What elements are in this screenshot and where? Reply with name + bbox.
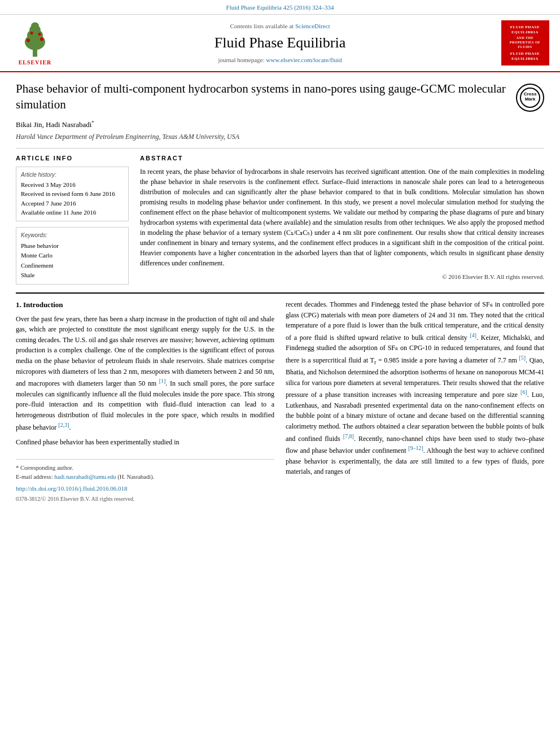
abstract-heading: ABSTRACT bbox=[140, 154, 544, 163]
history-title: Article history: bbox=[21, 171, 124, 179]
journal-title-area: Contents lists available at ScienceDirec… bbox=[69, 22, 491, 64]
intro-paragraph-2: Confined phase behavior has been experim… bbox=[16, 437, 274, 448]
svg-point-6 bbox=[40, 38, 43, 41]
keywords-box: Keywords: Phase behavior Monte Carlo Con… bbox=[16, 227, 129, 285]
intro-paragraph-1: Over the past few years, there has been … bbox=[16, 314, 274, 433]
authors-line: Bikai Jin, Hadi Nasrabadi* bbox=[16, 119, 544, 130]
footer-area: * Corresponding author. E-mail address: … bbox=[16, 459, 274, 503]
journal-ref-text: Fluid Phase Equilibria 425 (2016) 324–33… bbox=[226, 4, 334, 11]
homepage-link[interactable]: www.elsevier.com/locate/fluid bbox=[266, 56, 342, 63]
article-info-panel: ARTICLE INFO Article history: Received 3… bbox=[16, 154, 129, 285]
elsevier-wordmark: ELSEVIER bbox=[19, 59, 52, 67]
ref-23: [2,3] bbox=[58, 422, 69, 428]
keyword-4: Shale bbox=[21, 270, 124, 281]
ref-1: [1] bbox=[159, 378, 166, 384]
svg-point-7 bbox=[30, 32, 33, 34]
received-date: Received 3 May 2016 bbox=[21, 180, 124, 190]
svg-point-8 bbox=[38, 33, 41, 36]
journal-badge-area: FLUID PHASE EQUILIBRIA AND THE PROPERTIE… bbox=[497, 20, 553, 65]
body-right-column: recent decades. Thommes and Findenegg te… bbox=[286, 299, 544, 503]
svg-point-4 bbox=[31, 23, 39, 29]
article-info-heading: ARTICLE INFO bbox=[16, 154, 129, 163]
ref-9-12: [9–12] bbox=[408, 445, 423, 451]
article-title-section: Phase behavior of multi-component hydroc… bbox=[16, 81, 544, 112]
copyright-line: © 2016 Elsevier B.V. All rights reserved… bbox=[140, 273, 544, 281]
doi-link[interactable]: http://dx.doi.org/10.1016/j.fluid.2016.0… bbox=[16, 484, 274, 493]
journal-reference-bar: Fluid Phase Equilibria 425 (2016) 324–33… bbox=[0, 0, 560, 15]
title-divider bbox=[16, 148, 544, 148]
keyword-3: Confinement bbox=[21, 261, 124, 271]
homepage-line: journal homepage: www.elsevier.com/locat… bbox=[69, 56, 491, 64]
email-footnote: E-mail address: hadi.nasrabadi@tamu.edu … bbox=[16, 473, 274, 482]
info-abstract-section: ARTICLE INFO Article history: Received 3… bbox=[16, 154, 544, 285]
main-content-area: Phase behavior of multi-component hydroc… bbox=[0, 72, 560, 512]
elsevier-tree-icon bbox=[11, 19, 59, 59]
email-link[interactable]: hadi.nasrabadi@tamu.edu bbox=[54, 474, 116, 480]
author-names: Bikai Jin, Hadi Nasrabadi bbox=[16, 120, 91, 129]
corresponding-sup: * bbox=[91, 120, 94, 125]
crossmark-badge[interactable]: Cross Mark bbox=[516, 84, 544, 112]
fluid-phase-badge: FLUID PHASE EQUILIBRIA AND THE PROPERTIE… bbox=[501, 20, 549, 65]
revised-date: Received in revised form 6 June 2016 bbox=[21, 189, 124, 199]
article-history-box: Article history: Received 3 May 2016 Rec… bbox=[16, 167, 129, 221]
corresponding-footnote: * Corresponding author. bbox=[16, 464, 274, 473]
affiliation-line: Harold Vance Department of Petroleum Eng… bbox=[16, 132, 544, 142]
ref-4: [4] bbox=[470, 332, 477, 338]
intro-paragraph-3: recent decades. Thommes and Findenegg te… bbox=[286, 299, 544, 477]
abstract-text: In recent years, the phase behavior of h… bbox=[140, 167, 544, 268]
sciencedirect-link[interactable]: ScienceDirect bbox=[295, 23, 330, 29]
svg-rect-0 bbox=[33, 49, 37, 57]
ref-5: [5] bbox=[519, 355, 526, 361]
crossmark-icon: Cross Mark bbox=[520, 88, 540, 108]
elsevier-logo-area: ELSEVIER bbox=[7, 19, 63, 67]
abstract-panel: ABSTRACT In recent years, the phase beha… bbox=[140, 154, 544, 285]
sciencedirect-line: Contents lists available at ScienceDirec… bbox=[69, 22, 491, 30]
svg-text:Mark: Mark bbox=[525, 97, 536, 102]
journal-title: Fluid Phase Equilibria bbox=[69, 33, 491, 53]
journal-header: ELSEVIER Contents lists available at Sci… bbox=[0, 15, 560, 72]
body-divider bbox=[16, 292, 544, 294]
ref-78: [7,8] bbox=[343, 433, 354, 439]
keyword-1: Phase behavior bbox=[21, 241, 124, 251]
accepted-date: Accepted 7 June 2016 bbox=[21, 199, 124, 208]
article-title: Phase behavior of multi-component hydroc… bbox=[16, 81, 507, 112]
ref-6: [6] bbox=[520, 389, 527, 395]
intro-heading: 1. Introduction bbox=[16, 299, 274, 311]
issn-line: 0378-3812/© 2016 Elsevier B.V. All right… bbox=[16, 495, 274, 503]
available-date: Available online 11 June 2016 bbox=[21, 208, 124, 217]
svg-text:Cross: Cross bbox=[524, 91, 537, 97]
body-columns: 1. Introduction Over the past few years,… bbox=[16, 299, 544, 503]
svg-point-5 bbox=[27, 39, 30, 42]
keyword-2: Monte Carlo bbox=[21, 251, 124, 261]
keywords-label: Keywords: bbox=[21, 231, 124, 240]
body-left-column: 1. Introduction Over the past few years,… bbox=[16, 299, 274, 503]
